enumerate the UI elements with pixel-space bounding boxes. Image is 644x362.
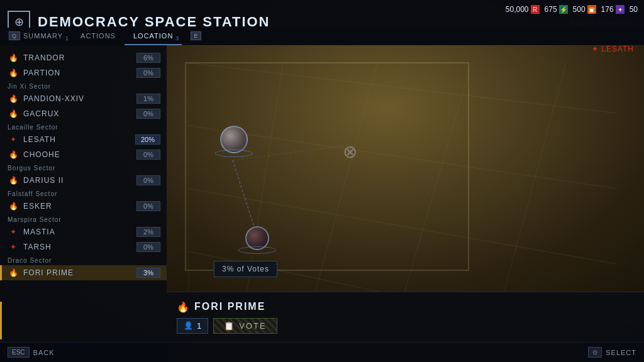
planet-name-partion: PARTION [23, 69, 136, 77]
map-planet-lesath[interactable] [220, 126, 248, 153]
planet-name-gacrux: GACRUX [23, 109, 136, 118]
planet-icon-pandion: 🔥 [8, 94, 18, 104]
planet-pct-esker: 0% [136, 201, 160, 211]
planet-row-lesath[interactable]: ✦ LESATH 20% [0, 132, 167, 147]
planet-pct-mastia: 2% [136, 227, 160, 237]
vote-btn-icon: 📋 [224, 321, 235, 331]
planet-pct-darius: 0% [136, 175, 160, 185]
planet-row-esker[interactable]: 🔥 ESKER 0% [0, 199, 167, 214]
vote-tooltip-text: 3% of Votes [222, 265, 269, 273]
planet-row-darius[interactable]: 🔥 DARIUS II 0% [0, 173, 167, 188]
r2-icon: ⚡ [559, 5, 568, 14]
planet-row-fori-prime[interactable]: 🔥 FORI PRIME 3% [0, 265, 167, 280]
vote-count-box: 👤 1 [177, 318, 208, 334]
vote-row: 👤 1 📋 VOTE [177, 318, 634, 334]
planet-name-pandion: PANDION-XXIV [23, 94, 136, 103]
r4-value: 176 [601, 5, 614, 14]
tab-summary[interactable]: Q SUMMARY 1 [0, 28, 72, 45]
vote-btn-label: VOTE [239, 321, 266, 331]
r5-value: 50 [630, 5, 638, 14]
map-planet-fori-prime[interactable] [245, 226, 269, 250]
selected-planet-bar: 🔥 FORI PRIME 👤 1 📋 VOTE [167, 292, 644, 342]
planet-pct-tarsh: 0% [136, 242, 160, 252]
planet-row-pandion[interactable]: 🔥 PANDION-XXIV 1% [0, 91, 167, 106]
tab-e-key: E [191, 31, 201, 40]
planet-ring-fori-prime [238, 246, 276, 254]
credits-group: 50,000 R [506, 5, 540, 14]
tab-summary-label: SUMMARY [23, 32, 63, 40]
planet-list: 🔥 TRANDOR 6% 🔥 PARTION 0% Jin Xi Sector … [0, 45, 167, 362]
planet-name-fori-prime: FORI PRIME [23, 268, 136, 277]
tab-actions[interactable]: ACTIONS [72, 28, 125, 45]
select-key: ⊙ [588, 347, 602, 358]
selected-planet-header: 🔥 FORI PRIME [177, 301, 634, 313]
planet-name-choohe: CHOOHE [23, 150, 136, 159]
planet-pct-fori-prime: 3% [136, 268, 160, 278]
planet-icon-mastia: ✦ [8, 227, 18, 237]
planet-name-esker: ESKER [23, 202, 136, 211]
map-x-marker: ⊗ [343, 141, 357, 162]
planet-row-gacrux[interactable]: 🔥 GACRUX 0% [0, 106, 167, 121]
planet-icon-fori-prime: 🔥 [8, 268, 18, 278]
tab-location-label: LOCATION [133, 32, 173, 40]
planet-icon-partion: 🔥 [8, 68, 18, 78]
planet-icon-trandor: 🔥 [8, 53, 18, 63]
r3-value: 500 [573, 5, 586, 14]
planet-row-partion[interactable]: 🔥 PARTION 0% [0, 65, 167, 80]
vote-count-icon: 👤 [184, 321, 193, 330]
select-label: SELECT [606, 349, 636, 356]
r5-group: 50 [630, 5, 638, 14]
back-key: ESC [8, 347, 30, 358]
planet-row-tarsh[interactable]: ✦ TARSH 0% [0, 239, 167, 255]
sector-borgus: Borgus Sector [0, 162, 167, 173]
planet-icon-gacrux: 🔥 [8, 109, 18, 119]
planet-name-darius: DARIUS II [23, 176, 136, 185]
planet-name-mastia: MASTIA [23, 228, 136, 236]
r4-icon: ✦ [616, 5, 625, 14]
left-panel: 🔥 TRANDOR 6% 🔥 PARTION 0% Jin Xi Sector … [0, 0, 167, 362]
accent-line [0, 302, 2, 339]
tab-e[interactable]: E [182, 28, 213, 45]
sector-falstaff: Falstaff Sector [0, 188, 167, 199]
planet-row-choohe[interactable]: 🔥 CHOOHE 0% [0, 147, 167, 162]
planet-name-trandor: TRANDOR [23, 53, 136, 62]
r3-group: 500 ▣ [573, 5, 596, 14]
tabs: Q SUMMARY 1 ACTIONS LOCATION 3 E [0, 28, 644, 45]
credits-value: 50,000 [506, 5, 529, 14]
r4-group: 176 ✦ [601, 5, 625, 14]
planet-row-trandor[interactable]: 🔥 TRANDOR 6% [0, 50, 167, 65]
planet-pct-choohe: 0% [136, 150, 160, 160]
planet-name-lesath: LESATH [23, 135, 135, 144]
planet-row-mastia[interactable]: ✦ MASTIA 2% [0, 224, 167, 239]
resource-bar: 50,000 R 675 ⚡ 500 ▣ 176 ✦ 50 [506, 5, 638, 14]
planet-icon-tarsh: ✦ [8, 242, 18, 252]
credits-icon: R [531, 5, 540, 14]
planet-pct-partion: 0% [136, 68, 160, 78]
sector-lacaille: Lacaille Sector [0, 121, 167, 132]
tab-location[interactable]: LOCATION 3 [125, 28, 182, 45]
vote-tooltip: 3% of Votes [214, 261, 277, 277]
planet-pct-gacrux: 0% [136, 109, 160, 119]
planet-icon-darius: 🔥 [8, 175, 18, 185]
planet-pct-trandor: 6% [136, 53, 160, 63]
sector-draco: Draco Sector [0, 255, 167, 265]
planet-name-tarsh: TARSH [23, 243, 136, 251]
selected-planet-icon: 🔥 [177, 301, 189, 313]
r3-icon: ▣ [587, 5, 596, 14]
planet-icon-lesath: ✦ [8, 134, 18, 145]
r2-value: 675 [545, 5, 557, 14]
back-button[interactable]: ESC BACK [8, 347, 55, 358]
tab-location-num: 3 [175, 35, 179, 41]
planet-sphere-lesath [220, 126, 248, 153]
tab-summary-key: Q [9, 31, 20, 40]
planet-icon-choohe: 🔥 [8, 150, 18, 160]
planet-pct-lesath: 20% [135, 134, 160, 145]
tab-actions-label: ACTIONS [80, 32, 116, 40]
bottom-bar: ESC BACK ⊙ SELECT [0, 342, 644, 362]
vote-button[interactable]: 📋 VOTE [213, 318, 277, 334]
planet-icon-esker: 🔥 [8, 201, 18, 211]
back-label: BACK [33, 349, 55, 356]
tab-summary-num: 1 [65, 35, 69, 41]
select-button[interactable]: ⊙ SELECT [588, 347, 636, 358]
planet-pct-pandion: 1% [136, 94, 160, 104]
